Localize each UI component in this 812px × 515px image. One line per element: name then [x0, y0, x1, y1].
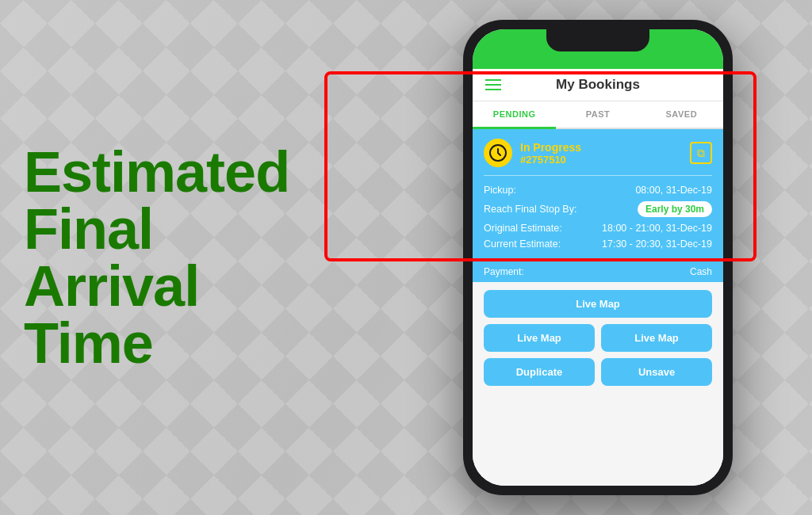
- heading-line2: Final: [24, 197, 153, 261]
- live-map-left-button[interactable]: Live Map: [484, 324, 595, 352]
- reach-row: Reach Final Stop By: Early by 30m: [484, 198, 712, 220]
- original-estimate-row: Original Estimate: 18:00 - 21:00, 31-Dec…: [484, 220, 712, 236]
- current-estimate-row: Current Estimate: 17:30 - 20:30, 31-Dec-…: [484, 236, 712, 252]
- tab-past[interactable]: PAST: [556, 101, 639, 128]
- duplicate-button[interactable]: Duplicate: [484, 358, 595, 386]
- buttons-area: Live Map Live Map Live Map Duplicate Uns…: [473, 282, 723, 486]
- payment-label: Payment:: [484, 266, 524, 277]
- phone-content: In Progress #2757510 ⧉ Pickup: 08:00, 31…: [473, 129, 723, 486]
- btn-row-actions: Duplicate Unsave: [484, 358, 712, 386]
- booking-header-left: In Progress #2757510: [484, 139, 581, 167]
- original-estimate-value: 18:00 - 21:00, 31-Dec-19: [602, 223, 712, 234]
- tabs-bar: PENDING PAST SAVED: [473, 101, 723, 129]
- left-heading: Estimated Final Arrival Time: [24, 143, 357, 372]
- heading-line1: Estimated: [24, 140, 289, 204]
- reach-label: Reach Final Stop By:: [484, 204, 576, 215]
- phone-notch: [546, 29, 649, 52]
- heading-line3: Arrival: [24, 254, 199, 318]
- original-estimate-label: Original Estimate:: [484, 223, 562, 234]
- pickup-label: Pickup:: [484, 185, 516, 196]
- app-title: My Bookings: [556, 77, 640, 93]
- app-header: My Bookings: [473, 69, 723, 101]
- card-divider-1: [484, 175, 712, 176]
- payment-value: Cash: [690, 266, 712, 277]
- payment-row: Payment: Cash: [473, 261, 723, 282]
- clock-icon: [484, 139, 512, 167]
- tab-pending[interactable]: PENDING: [473, 101, 556, 129]
- unsave-button[interactable]: Unsave: [601, 358, 712, 386]
- hamburger-icon[interactable]: [485, 79, 501, 90]
- tab-saved[interactable]: SAVED: [640, 101, 723, 128]
- copy-icon[interactable]: ⧉: [690, 142, 712, 164]
- phone-screen: My Bookings PENDING PAST SAVED: [473, 29, 723, 486]
- live-map-right-button[interactable]: Live Map: [601, 324, 712, 352]
- pickup-row: Pickup: 08:00, 31-Dec-19: [484, 182, 712, 198]
- btn-row-live-map: Live Map Live Map: [484, 324, 712, 352]
- booking-card: In Progress #2757510 ⧉ Pickup: 08:00, 31…: [473, 129, 723, 261]
- phone-frame: My Bookings PENDING PAST SAVED: [463, 20, 733, 495]
- early-badge: Early by 30m: [638, 201, 712, 217]
- phone-device: My Bookings PENDING PAST SAVED: [408, 16, 788, 499]
- pickup-value: 08:00, 31-Dec-19: [635, 185, 712, 196]
- current-estimate-label: Current Estimate:: [484, 238, 561, 250]
- heading-line4: Time: [24, 311, 153, 375]
- current-estimate-value: 17:30 - 20:30, 31-Dec-19: [602, 238, 712, 250]
- booking-status: In Progress #2757510: [520, 141, 581, 166]
- booking-id: #2757510: [520, 154, 581, 166]
- status-label: In Progress: [520, 141, 581, 154]
- live-map-full-button[interactable]: Live Map: [484, 290, 712, 318]
- booking-header: In Progress #2757510 ⧉: [484, 139, 712, 167]
